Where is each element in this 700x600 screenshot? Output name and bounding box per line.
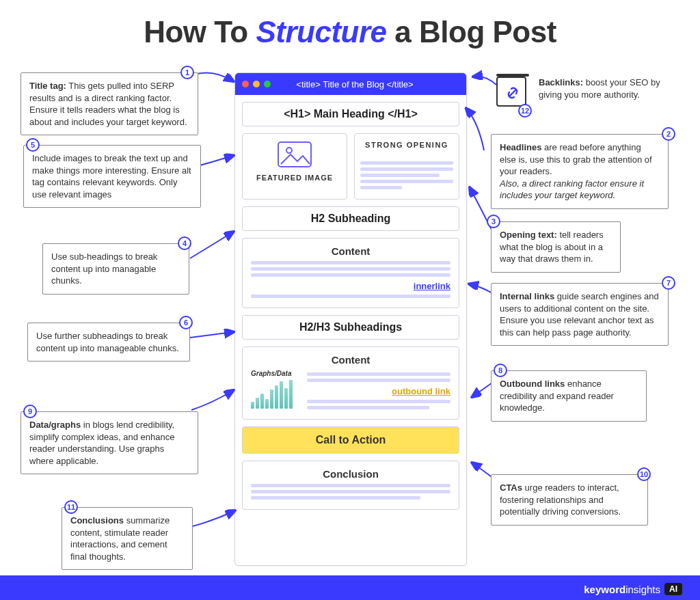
badge-12: 12 — [518, 104, 532, 118]
title-post: a Blog Post — [387, 15, 556, 49]
tip-images: Include images to break the text up and … — [23, 145, 201, 208]
badge-6: 6 — [179, 316, 193, 329]
blog-wireframe: <title> Title of the Blog </title> <H1> … — [234, 72, 467, 566]
tip-outbound-links: Outbound links enhance credibility and e… — [491, 370, 647, 422]
featured-image-caption: FEATURED IMAGE — [256, 174, 333, 182]
content-2-title: Content — [251, 354, 450, 366]
tip-conclusions: Conclusions summarize content, stimulate… — [62, 507, 193, 570]
page-title: How To Structure a Blog Post — [0, 0, 700, 49]
graphs-data-widget: Graphs/Data — [251, 370, 300, 409]
graphs-label: Graphs/Data — [251, 370, 300, 377]
brand-logo: keywordinsights AI — [584, 583, 682, 595]
tip-headlines: Headlines are read before anything else … — [491, 134, 669, 209]
badge-9: 9 — [23, 405, 37, 418]
wireframe-title-tag: <title> Title of the Blog </title> — [275, 79, 459, 90]
badge-5: 5 — [26, 138, 40, 152]
content-block-2: Content Graphs/Data outbound link — [242, 346, 459, 420]
badge-4: 4 — [178, 236, 191, 250]
badge-2: 2 — [662, 127, 675, 141]
infographic-page: How To Structure a Blog Post <title> Tit… — [0, 0, 700, 600]
badge-11: 11 — [64, 500, 78, 514]
image-opening-row: FEATURED IMAGE STRONG OPENING — [242, 133, 459, 200]
traffic-light-green — [264, 81, 271, 87]
conclusion-block: Conclusion — [242, 461, 459, 510]
outbound-link-label: outbound link — [392, 386, 450, 396]
backlink-icon — [496, 77, 526, 107]
strong-opening-title: STRONG OPENING — [365, 141, 448, 149]
cta-block: Call to Action — [242, 426, 459, 454]
content-1-lines — [251, 261, 450, 277]
tip-title-tag: Title tag: This gets pulled into SERP re… — [21, 72, 198, 135]
h1-block: <H1> Main Heading </H1> — [242, 102, 459, 126]
tip-opening-text: Opening text: tell readers what the blog… — [491, 221, 621, 273]
svg-rect-0 — [278, 142, 311, 167]
content-1-title: Content — [251, 245, 450, 257]
conclusion-title: Conclusion — [251, 468, 450, 480]
featured-image-block: FEATURED IMAGE — [242, 133, 347, 200]
opening-lines — [360, 159, 453, 192]
title-pre: How To — [144, 15, 256, 49]
tip-further-subheadings: Use further subheadings to break content… — [27, 323, 190, 362]
badge-10: 10 — [637, 467, 651, 481]
content-block-1: Content innerlink — [242, 238, 459, 308]
tip-backlinks: Backlinks: boost your SEO by giving you … — [536, 77, 673, 100]
badge-1: 1 — [180, 66, 194, 79]
h2-h3-subheadings-block: H2/H3 Subheadings — [242, 315, 459, 340]
innerlink-label: innerlink — [414, 281, 450, 291]
mini-bar-chart-icon — [251, 380, 300, 409]
tip-ctas: CTAs urge readers to interact, fostering… — [491, 474, 648, 526]
badge-7: 7 — [662, 276, 675, 290]
badge-8: 8 — [494, 364, 507, 377]
h2-subheading-block: H2 Subheading — [242, 206, 459, 231]
wireframe-titlebar: <title> Title of the Blog </title> — [235, 73, 466, 95]
image-icon — [277, 141, 312, 168]
tip-internal-links: Internal links guide search engines and … — [491, 283, 669, 346]
title-accent: Structure — [256, 15, 386, 49]
ai-badge: AI — [664, 583, 682, 595]
tip-subheadings: Use sub-headings to break content up int… — [42, 243, 189, 295]
svg-point-1 — [286, 148, 292, 153]
tip-data-graphs: Data/graphs in blogs lend credibility, s… — [21, 411, 198, 474]
badge-3: 3 — [487, 215, 500, 228]
traffic-light-red — [242, 81, 249, 87]
strong-opening-block: STRONG OPENING — [354, 133, 459, 200]
wireframe-body: <H1> Main Heading </H1> FEATURED IMAGE S… — [235, 95, 466, 517]
traffic-light-yellow — [253, 81, 260, 87]
